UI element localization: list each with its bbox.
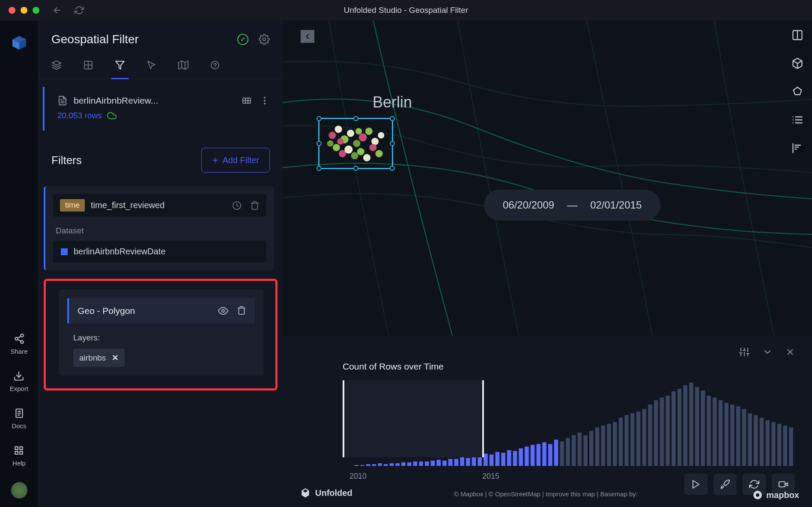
histogram-selection[interactable] xyxy=(343,380,484,457)
unfolded-icon xyxy=(300,487,311,498)
chart-icon[interactable] xyxy=(791,142,803,154)
app-logo-icon[interactable] xyxy=(10,33,29,52)
date-start: 06/20/2009 xyxy=(503,199,554,211)
geo-filter-title: Geo - Polygon xyxy=(78,306,135,316)
selection-handle[interactable] xyxy=(353,166,358,171)
svg-rect-60 xyxy=(454,459,459,466)
svg-rect-50 xyxy=(395,463,400,466)
svg-point-26 xyxy=(365,128,373,135)
unfolded-logo[interactable]: Unfolded xyxy=(300,487,352,498)
columns-icon xyxy=(83,60,93,70)
city-label: Berlin xyxy=(373,93,412,111)
close-icon[interactable] xyxy=(785,347,795,357)
settings-icon[interactable] xyxy=(259,34,270,45)
nav-back-icon[interactable] xyxy=(52,6,62,15)
svg-rect-65 xyxy=(484,453,488,466)
selection-handle[interactable] xyxy=(316,116,322,121)
share-label: Share xyxy=(10,348,27,355)
dataset-label: Dataset xyxy=(56,226,266,236)
data-points xyxy=(319,119,392,168)
user-avatar[interactable] xyxy=(11,482,27,498)
svg-rect-75 xyxy=(542,442,546,466)
svg-rect-103 xyxy=(707,396,711,466)
geocode-icon xyxy=(210,60,220,70)
split-view-icon[interactable] xyxy=(791,29,803,41)
map-selection-rect[interactable] xyxy=(318,118,393,169)
svg-rect-55 xyxy=(425,462,429,466)
svg-point-32 xyxy=(357,148,364,155)
map-attribution[interactable]: © Mapbox | © OpenStreetMap | Improve thi… xyxy=(454,490,638,498)
selection-handle[interactable] xyxy=(353,116,358,121)
svg-rect-56 xyxy=(431,461,435,466)
time-filter-field-row[interactable]: time time_first_reviewed xyxy=(53,194,266,217)
filters-heading: Filters xyxy=(51,154,82,167)
svg-rect-70 xyxy=(513,451,517,466)
svg-rect-98 xyxy=(678,389,682,466)
selection-handle[interactable] xyxy=(390,141,395,146)
more-vertical-icon[interactable] xyxy=(260,95,270,106)
mapbox-logo[interactable]: mapbox xyxy=(752,490,799,500)
svg-rect-93 xyxy=(648,405,652,466)
selection-handle[interactable] xyxy=(316,141,322,146)
layer-chip-remove-icon[interactable]: ✕ xyxy=(112,353,119,363)
tab-interactions[interactable] xyxy=(146,55,157,79)
svg-point-24 xyxy=(353,140,360,147)
status-ok-icon xyxy=(237,34,248,45)
tab-geocode[interactable] xyxy=(210,55,220,79)
timeline-title: Count of Rows over Time xyxy=(343,361,795,372)
docs-label: Docs xyxy=(12,422,26,429)
selection-handle[interactable] xyxy=(390,166,395,171)
map-canvas[interactable]: Berlin xyxy=(283,21,812,507)
nav-reload-icon[interactable] xyxy=(75,6,84,15)
svg-rect-77 xyxy=(554,440,558,466)
eye-icon[interactable] xyxy=(218,306,228,316)
delete-icon[interactable] xyxy=(237,306,246,315)
date-separator: — xyxy=(567,199,577,211)
tab-filter[interactable] xyxy=(115,55,125,79)
table-icon[interactable] xyxy=(242,95,252,106)
window-minimize-button[interactable] xyxy=(21,7,27,14)
play-button[interactable] xyxy=(684,474,708,495)
tab-layers[interactable] xyxy=(51,55,62,79)
time-badge: time xyxy=(60,199,85,212)
svg-point-20 xyxy=(328,131,336,139)
map-back-button[interactable] xyxy=(300,29,315,44)
docs-button[interactable]: Docs xyxy=(12,408,26,429)
svg-point-16 xyxy=(264,100,266,101)
docs-icon xyxy=(14,408,25,419)
svg-point-38 xyxy=(337,138,343,145)
svg-rect-111 xyxy=(754,415,758,466)
histogram[interactable] xyxy=(343,380,795,466)
svg-rect-49 xyxy=(390,463,394,466)
svg-rect-8 xyxy=(20,447,23,450)
tab-columns[interactable] xyxy=(83,55,93,79)
svg-rect-84 xyxy=(595,427,600,466)
dataset-chip[interactable]: berlinAirbnbReviewDate xyxy=(53,241,266,262)
selection-handle[interactable] xyxy=(390,116,395,121)
window-maximize-button[interactable] xyxy=(33,7,39,14)
add-filter-button[interactable]: Add Filter xyxy=(201,148,270,173)
svg-rect-96 xyxy=(666,396,670,466)
delete-icon[interactable] xyxy=(250,201,260,210)
geo-filter-header[interactable]: Geo - Polygon xyxy=(67,298,255,324)
help-button[interactable]: Help xyxy=(12,445,26,467)
svg-rect-117 xyxy=(789,427,793,466)
svg-point-120 xyxy=(756,493,759,497)
polygon-icon[interactable] xyxy=(791,86,803,98)
tab-basemap[interactable] xyxy=(178,55,188,79)
cube-icon[interactable] xyxy=(791,57,803,69)
dataset-row[interactable]: berlinAirbnbReview... 20,053 rows xyxy=(43,87,283,131)
dataset-name: berlinAirbnbReview... xyxy=(74,95,236,106)
share-button[interactable]: Share xyxy=(10,333,27,355)
rocket-button[interactable] xyxy=(713,474,737,495)
layer-chip[interactable]: airbnbs ✕ xyxy=(73,349,125,367)
window-close-button[interactable] xyxy=(9,7,15,14)
map-tools xyxy=(791,29,803,154)
chevron-down-icon[interactable] xyxy=(762,347,773,357)
date-range-pill[interactable]: 06/20/2009 — 02/01/2015 xyxy=(484,190,660,221)
selection-handle[interactable] xyxy=(316,166,322,171)
legend-icon[interactable] xyxy=(791,114,803,126)
clock-icon[interactable] xyxy=(232,201,242,210)
export-button[interactable]: Export xyxy=(10,370,28,392)
sliders-icon[interactable] xyxy=(739,347,749,357)
